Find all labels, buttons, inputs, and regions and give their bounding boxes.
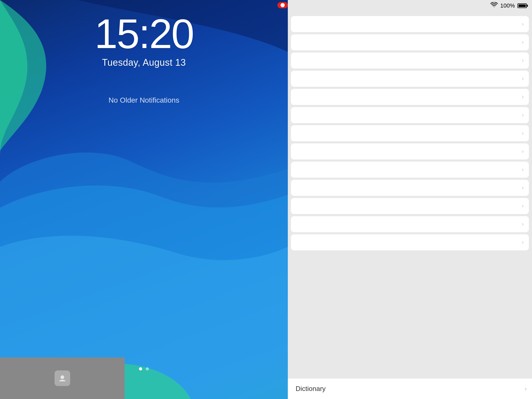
panel-item-12[interactable]: ›	[291, 216, 529, 232]
lockscreen: 15:20 Tuesday, August 13 No Older Notifi…	[0, 0, 288, 399]
panel-item-2[interactable]: ›	[291, 34, 529, 50]
panel-item-9[interactable]: ›	[291, 162, 529, 178]
clock: 15:20 Tuesday, August 13	[95, 13, 193, 68]
chevron-icon-7: ›	[522, 130, 524, 137]
recording-indicator[interactable]	[277, 2, 288, 8]
chevron-icon-12: ›	[522, 221, 524, 228]
page-dot-1[interactable]	[139, 367, 142, 370]
battery-icon	[517, 3, 527, 8]
panel-item-10[interactable]: ›	[291, 180, 529, 196]
chevron-icon-9: ›	[522, 166, 524, 173]
panel-item-3[interactable]: ›	[291, 52, 529, 69]
panel-item-11[interactable]: ›	[291, 198, 529, 214]
chevron-icon-13: ›	[522, 239, 524, 246]
chevron-icon-3: ›	[522, 57, 524, 64]
page-dots	[139, 367, 149, 370]
panel-item-5[interactable]: ›	[291, 89, 529, 105]
chevron-icon-2: ›	[522, 39, 524, 46]
chevron-icon-4: ›	[522, 75, 524, 82]
dictionary-item[interactable]: Dictionary ›	[288, 378, 532, 399]
thumb-icon	[55, 370, 70, 386]
wifi-icon	[490, 2, 498, 9]
status-bar: 100%	[490, 2, 527, 9]
clock-date: Tuesday, August 13	[95, 57, 193, 68]
page-dot-2[interactable]	[146, 367, 149, 370]
panel-item-6[interactable]: ›	[291, 107, 529, 123]
right-panel: › › › › › › › › › › › ›	[288, 0, 532, 399]
bottom-thumbnail	[0, 357, 125, 399]
svg-point-1	[61, 375, 64, 379]
panel-item-4[interactable]: ›	[291, 71, 529, 87]
chevron-icon-6: ›	[522, 112, 524, 118]
no-notifications-label: No Older Notifications	[109, 96, 179, 104]
panel-item-8[interactable]: ›	[291, 143, 529, 159]
panel-item-7[interactable]: ›	[291, 125, 529, 141]
dictionary-label: Dictionary	[293, 385, 524, 393]
panel-item-1[interactable]: ›	[291, 16, 529, 32]
panel-item-13[interactable]: ›	[291, 234, 529, 250]
chevron-icon-8: ›	[522, 148, 524, 155]
battery-percent: 100%	[500, 2, 515, 9]
recording-dot	[281, 3, 285, 7]
dictionary-chevron-icon: ›	[524, 385, 527, 393]
clock-time: 15:20	[95, 13, 193, 55]
chevron-icon-5: ›	[522, 94, 524, 100]
chevron-icon-10: ›	[522, 184, 524, 191]
chevron-icon-1: ›	[522, 21, 524, 28]
chevron-icon-11: ›	[522, 203, 524, 209]
panel-items-list: › › › › › › › › › › › ›	[288, 13, 532, 254]
